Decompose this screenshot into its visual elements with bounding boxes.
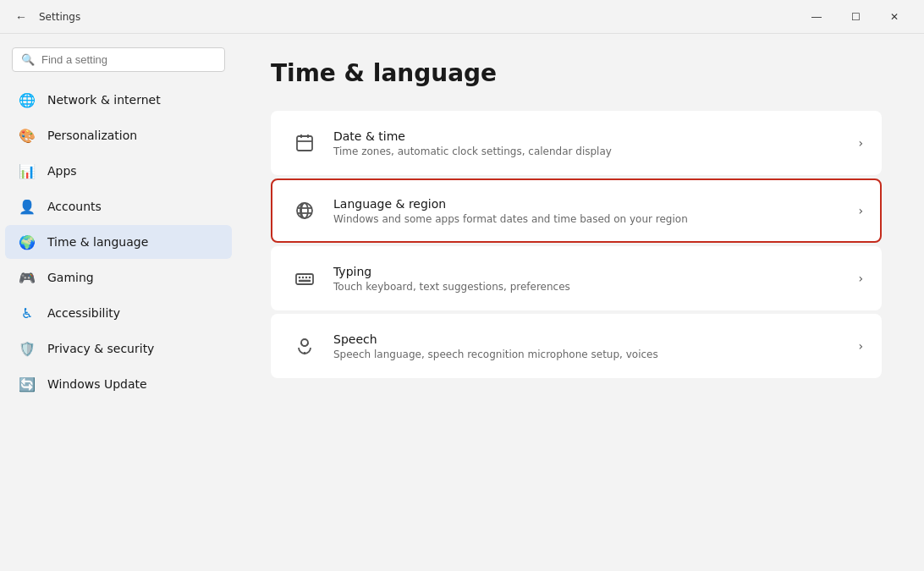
close-button[interactable]: ✕: [875, 3, 914, 30]
date-time-desc: Time zones, automatic clock settings, ca…: [333, 145, 858, 157]
sidebar-item-privacy-security[interactable]: 🛡️ Privacy & security: [5, 332, 232, 365]
sidebar-item-label: Accessibility: [47, 306, 120, 320]
sidebar-item-network[interactable]: 🌐 Network & internet: [5, 83, 232, 117]
svg-rect-0: [297, 136, 312, 151]
sidebar-item-label: Apps: [47, 164, 77, 178]
personalization-icon: 🎨: [19, 127, 36, 144]
back-button[interactable]: ←: [10, 8, 32, 25]
sidebar-item-gaming[interactable]: 🎮 Gaming: [5, 261, 232, 294]
search-box[interactable]: 🔍: [12, 47, 225, 72]
window-controls: — ☐ ✕: [797, 3, 914, 30]
sidebar-item-personalization[interactable]: 🎨 Personalization: [5, 118, 232, 152]
language-region-title: Language & region: [333, 197, 858, 211]
sidebar-item-label: Accounts: [47, 200, 102, 213]
search-input[interactable]: [41, 53, 216, 66]
svg-rect-8: [296, 274, 313, 284]
typing-title: Typing: [333, 265, 858, 278]
typing-desc: Touch keyboard, text suggestions, prefer…: [333, 281, 858, 293]
sidebar: 🔍 🌐 Network & internet 🎨 Personalization…: [0, 34, 237, 571]
accounts-icon: 👤: [19, 198, 36, 215]
apps-icon: 📊: [19, 162, 36, 179]
speech-desc: Speech language, speech recognition micr…: [333, 349, 858, 360]
date-time-icon: [289, 128, 320, 158]
sidebar-item-label: Gaming: [47, 271, 94, 284]
search-icon: 🔍: [21, 53, 35, 66]
language-region-desc: Windows and some apps format dates and t…: [333, 213, 858, 225]
svg-point-4: [297, 203, 312, 218]
date-time-text: Date & time Time zones, automatic clock …: [333, 129, 858, 157]
time-language-icon: 🌍: [19, 233, 36, 250]
sidebar-item-label: Windows Update: [47, 377, 147, 391]
language-region-icon: [289, 195, 320, 226]
language-region-chevron: ›: [858, 204, 863, 217]
typing-card[interactable]: Typing Touch keyboard, text suggestions,…: [271, 246, 882, 310]
language-region-card[interactable]: Language & region Windows and some apps …: [271, 178, 882, 243]
speech-chevron: ›: [858, 339, 863, 353]
typing-chevron: ›: [858, 272, 863, 285]
speech-card[interactable]: Speech Speech language, speech recogniti…: [271, 314, 882, 378]
sidebar-item-label: Personalization: [47, 129, 137, 142]
sidebar-item-apps[interactable]: 📊 Apps: [5, 154, 232, 188]
speech-title: Speech: [333, 332, 858, 346]
app-title: Settings: [39, 11, 80, 23]
titlebar: ← Settings — ☐ ✕: [0, 0, 924, 34]
typing-text: Typing Touch keyboard, text suggestions,…: [333, 265, 858, 293]
maximize-button[interactable]: ☐: [836, 3, 875, 30]
content-area: Time & language Date & time Time zones, …: [237, 34, 924, 571]
language-region-text: Language & region Windows and some apps …: [333, 197, 858, 225]
privacy-icon: 🛡️: [19, 340, 36, 357]
windows-update-icon: 🔄: [19, 376, 36, 393]
sidebar-item-windows-update[interactable]: 🔄 Windows Update: [5, 367, 232, 401]
page-title: Time & language: [271, 59, 882, 87]
date-time-chevron: ›: [858, 136, 863, 150]
sidebar-item-time-language[interactable]: 🌍 Time & language: [5, 225, 232, 259]
sidebar-item-accessibility[interactable]: ♿ Accessibility: [5, 296, 232, 330]
date-time-title: Date & time: [333, 129, 858, 143]
network-icon: 🌐: [19, 91, 36, 108]
svg-point-5: [301, 203, 308, 218]
sidebar-item-label: Privacy & security: [47, 342, 154, 355]
main-layout: 🔍 🌐 Network & internet 🎨 Personalization…: [0, 34, 924, 571]
gaming-icon: 🎮: [19, 269, 36, 286]
minimize-button[interactable]: —: [797, 3, 836, 30]
accessibility-icon: ♿: [19, 305, 36, 321]
speech-text: Speech Speech language, speech recogniti…: [333, 332, 858, 360]
sidebar-item-label: Time & language: [47, 235, 148, 249]
date-time-card[interactable]: Date & time Time zones, automatic clock …: [271, 111, 882, 175]
speech-icon: [289, 331, 320, 361]
sidebar-item-label: Network & internet: [47, 93, 161, 107]
typing-icon: [289, 263, 320, 294]
sidebar-item-accounts[interactable]: 👤 Accounts: [5, 189, 232, 223]
